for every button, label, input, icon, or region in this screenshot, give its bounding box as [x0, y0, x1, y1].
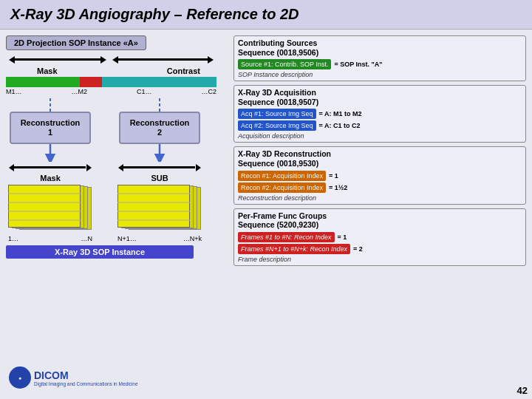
- c2-label: …C2: [201, 88, 216, 95]
- page-number: 42: [517, 385, 528, 396]
- recon-desc: Reconstruction description: [238, 194, 522, 202]
- svg-marker-12: [86, 164, 92, 171]
- svg-marker-2: [100, 56, 106, 64]
- source1-value: = SOP Inst. "A": [334, 61, 382, 68]
- mask-strip-label: Mask: [6, 174, 95, 183]
- svg-marker-10: [9, 164, 14, 171]
- reconstruction-sequence-box: X-Ray 3D Reconstruction Sequence (0018,9…: [233, 146, 526, 204]
- source-desc: SOP Instance description: [238, 71, 522, 78]
- source1-tag: Source #1: Contrib. SOP Inst.: [238, 59, 331, 69]
- dicom-logo-area: ● DICOM Digital Imaging and Communicatio…: [9, 366, 138, 389]
- nplus-start-label: N+1…: [117, 235, 137, 242]
- sub-strip-label: SUB: [115, 174, 204, 183]
- acq2-tag: Acq #2: Source Img Seq: [238, 120, 316, 131]
- svg-rect-4: [118, 58, 208, 61]
- svg-rect-1: [15, 58, 100, 61]
- acq-title: X-Ray 3D Acquisition Sequence (0018,9507…: [238, 88, 522, 106]
- acq1-tag: Acq #1: Source Img Seq: [238, 109, 316, 119]
- recon-title: X-Ray 3D Reconstruction Sequence (0018,9…: [238, 149, 522, 168]
- svg-rect-11: [14, 166, 86, 168]
- recon1-value: = 1: [329, 172, 338, 180]
- frame1-value: = 1: [338, 233, 347, 241]
- recon2-tag: Recon #2: Acquisition Index: [238, 183, 326, 193]
- m1-label: M1…: [6, 88, 22, 95]
- frame2-tag: Frames #N+1 to #N+k: Recon Index: [238, 244, 350, 254]
- svg-marker-0: [9, 56, 15, 64]
- main-title: X-Ray 3D Angiography – Reference to 2D: [0, 0, 532, 30]
- recon2-value: = 1½2: [329, 184, 347, 191]
- contrast-label: Contrast: [167, 66, 200, 75]
- frame1-tag: Frames #1 to #N: Recon Index: [238, 232, 335, 242]
- svg-marker-3: [112, 56, 118, 64]
- acq-desc: Acquisition description: [238, 132, 522, 140]
- c1-label: C1…: [137, 88, 152, 95]
- frame2-value: = 2: [353, 245, 363, 253]
- n-end-label: …N: [81, 235, 93, 242]
- sop-instance-label: 2D Projection SOP Instance «A»: [6, 35, 146, 50]
- svg-marker-15: [196, 164, 201, 171]
- n-start-label: 1…: [8, 235, 18, 242]
- contributing-title: Contributing Sources Sequence (0018,9506…: [238, 38, 522, 57]
- svg-rect-14: [123, 166, 195, 168]
- recon-box-1: Reconstruction1: [10, 112, 91, 144]
- acq2-value: = A: C1 to C2: [319, 122, 361, 129]
- svg-marker-13: [118, 164, 123, 171]
- svg-marker-5: [208, 56, 214, 64]
- acq1-value: = A: M1 to M2: [319, 110, 362, 117]
- recon-box-2: Reconstruction2: [119, 112, 200, 144]
- perframe-title: Per-Frame Func Groups Sequence (5200,923…: [238, 211, 522, 230]
- dicom-text: DICOM: [34, 369, 138, 381]
- xray-3d-label: X-Ray 3D SOP Instance: [6, 245, 194, 259]
- perframe-sequence-box: Per-Frame Func Groups Sequence (5200,923…: [233, 208, 526, 266]
- mask-label: Mask: [37, 66, 58, 75]
- acquisition-sequence-box: X-Ray 3D Acquisition Sequence (0018,9507…: [233, 85, 526, 143]
- frame-desc: Frame description: [238, 256, 522, 263]
- m2-label: …M2: [71, 88, 87, 95]
- dicom-circle-logo: ●: [9, 366, 31, 389]
- dicom-subtext: Digital Imaging and Communications in Me…: [34, 381, 138, 386]
- contributing-sources-box: Contributing Sources Sequence (0018,9506…: [233, 35, 526, 81]
- nplus-end-label: …N+k: [183, 235, 202, 242]
- recon1-tag: Recon #1: Acquisition Index: [238, 171, 326, 181]
